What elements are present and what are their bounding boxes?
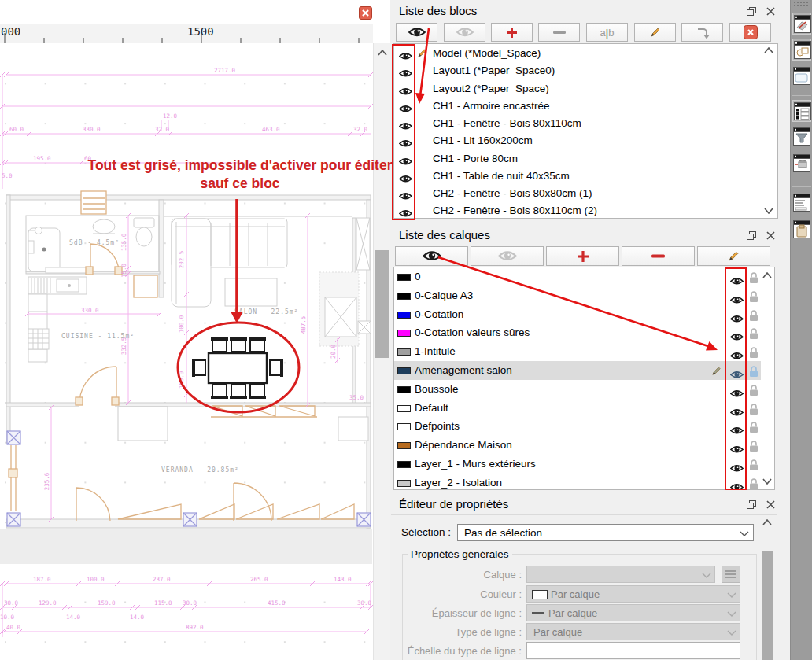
lock-icon[interactable]	[749, 310, 758, 322]
layer-color-swatch[interactable]	[397, 274, 411, 281]
props-panel-titlebar[interactable]: Éditeur de propriétés	[391, 495, 790, 514]
field-input[interactable]	[526, 642, 740, 659]
scroll-up-icon[interactable]	[762, 519, 772, 525]
layer-color-swatch[interactable]	[397, 386, 411, 393]
lock-icon[interactable]	[749, 272, 758, 284]
lock-icon[interactable]	[749, 441, 758, 452]
eye-icon[interactable]	[399, 87, 412, 96]
lock-icon[interactable]	[749, 478, 758, 490]
layers-toolbar-add-layer[interactable]	[546, 246, 619, 266]
layer-row[interactable]: Aménagement salon	[394, 361, 761, 380]
block-row[interactable]: CH1 - Table de nuit 40x35cm	[394, 168, 764, 185]
eye-icon[interactable]	[730, 464, 744, 473]
layer-row[interactable]: Defpoints	[394, 417, 761, 436]
dock-icon-command-lines[interactable]	[792, 192, 811, 214]
layer-color-swatch[interactable]	[397, 293, 411, 300]
field-swatch[interactable]: Par calque	[526, 585, 740, 603]
layers-panel-titlebar[interactable]: Liste des calques	[391, 226, 790, 245]
close-icon[interactable]	[766, 230, 776, 241]
scroll-up-icon[interactable]	[764, 47, 773, 53]
layers-toolbar-edit-layer[interactable]	[697, 246, 770, 266]
dock-icon-entity-pencil[interactable]	[792, 13, 811, 35]
dock-icon-block-list[interactable]	[792, 100, 811, 122]
lock-icon[interactable]	[749, 328, 758, 340]
drawing-vertical-scrollbar[interactable]	[373, 43, 390, 660]
block-row[interactable]: CH1 - Armoire encastrée	[394, 98, 764, 115]
layer-row[interactable]: 0-Calque A3	[394, 286, 761, 305]
dock-icon-insert-block[interactable]	[792, 153, 811, 175]
eye-icon[interactable]	[399, 122, 412, 131]
eye-icon[interactable]	[730, 408, 744, 417]
eye-icon[interactable]	[498, 250, 517, 262]
blocks-toolbar-remove-block[interactable]	[538, 23, 580, 42]
eye-icon[interactable]	[730, 315, 744, 323]
blocks-toolbar-add-block[interactable]	[491, 23, 533, 42]
eye-icon[interactable]	[399, 192, 412, 201]
eye-icon[interactable]	[399, 69, 412, 78]
float-icon[interactable]	[746, 6, 757, 17]
layer-color-swatch[interactable]	[397, 480, 411, 487]
drawing-canvas[interactable]: 2717.012.060.0330.032.0463.032.0195.0605…	[0, 0, 373, 660]
eye-icon[interactable]	[730, 352, 744, 360]
eye-icon[interactable]	[730, 333, 744, 341]
layer-row[interactable]: 0-Cotation valeurs sûres	[394, 323, 761, 342]
eye-icon[interactable]	[399, 157, 412, 166]
scroll-up-icon[interactable]	[762, 272, 772, 278]
scroll-up-icon[interactable]	[378, 50, 387, 56]
blocks-toolbar-insert-block[interactable]	[681, 23, 723, 42]
eye-icon[interactable]	[399, 209, 412, 218]
scroll-thumb[interactable]	[762, 551, 773, 660]
block-row[interactable]: CH2 - Fenêtre - Bois 80x80cm (1)	[394, 185, 764, 202]
dock-icon-preview[interactable]	[792, 65, 811, 87]
field-disabled[interactable]	[526, 566, 715, 583]
layers-toolbar-remove-layer[interactable]	[622, 246, 695, 266]
block-row[interactable]: Layout1 (*Paper_Space0)	[394, 62, 764, 79]
eye-icon[interactable]	[399, 139, 412, 148]
layer-color-swatch[interactable]	[397, 367, 411, 374]
float-icon[interactable]	[746, 230, 757, 241]
layer-row[interactable]: 0-Cotation	[394, 305, 761, 324]
eye-icon[interactable]	[399, 52, 412, 61]
eye-icon[interactable]	[730, 483, 744, 490]
layer-row[interactable]: Dépendance Maison	[394, 436, 761, 455]
layer-row[interactable]: Layer_1 - Murs extérieurs	[394, 455, 761, 474]
float-icon[interactable]	[746, 500, 757, 510]
layers-toolbar-show-all-eye[interactable]	[395, 246, 468, 266]
layer-color-swatch[interactable]	[397, 442, 411, 449]
layer-color-swatch[interactable]	[397, 348, 411, 356]
selection-combobox[interactable]: Pas de sélection	[457, 524, 754, 541]
eye-icon[interactable]	[456, 27, 474, 38]
layer-color-swatch[interactable]	[397, 312, 411, 319]
layer-menu-button[interactable]	[722, 566, 740, 583]
field-plain[interactable]: Par calque	[526, 623, 740, 640]
eye-icon[interactable]	[730, 371, 744, 379]
block-row[interactable]: CH2 - Fenêtre - Bois 80x110cm (2)	[394, 202, 764, 219]
block-row[interactable]: CH1 - Fenêtre - Bois 80x110cm	[394, 115, 764, 132]
layers-list[interactable]: 00-Calque A30-Cotation0-Cotation valeurs…	[393, 267, 775, 490]
lock-icon[interactable]	[749, 459, 758, 471]
block-row[interactable]: CH1 - Porte 80cm	[394, 150, 764, 168]
layer-row[interactable]: Boussole	[394, 380, 761, 399]
eye-icon[interactable]	[730, 426, 744, 435]
lock-icon[interactable]	[749, 347, 758, 359]
scroll-thumb[interactable]	[375, 250, 389, 358]
eye-icon[interactable]	[408, 27, 426, 38]
block-row[interactable]: Layout2 (*Paper_Space)	[394, 80, 764, 98]
blocks-toolbar-edit-block[interactable]	[634, 23, 676, 42]
layers-toolbar-hide-all-eye[interactable]	[471, 246, 544, 266]
layer-row[interactable]: Default	[394, 399, 761, 418]
eye-icon[interactable]	[399, 105, 412, 113]
blocks-toolbar-delete-block[interactable]	[729, 23, 771, 42]
eye-icon[interactable]	[730, 445, 744, 454]
lock-icon[interactable]	[749, 366, 758, 378]
blocks-panel-titlebar[interactable]: Liste des blocs	[391, 2, 790, 20]
lock-icon[interactable]	[749, 291, 758, 303]
block-row[interactable]: Model (*Model_Space)	[394, 45, 764, 62]
dock-grip[interactable]	[793, 2, 810, 6]
blocks-toolbar-hide-all-eye[interactable]	[444, 23, 485, 42]
eye-icon[interactable]	[730, 296, 744, 304]
layer-color-swatch[interactable]	[397, 461, 411, 468]
close-icon[interactable]	[766, 6, 776, 17]
dock-icon-shapes[interactable]	[792, 39, 811, 61]
eye-icon[interactable]	[423, 250, 441, 262]
